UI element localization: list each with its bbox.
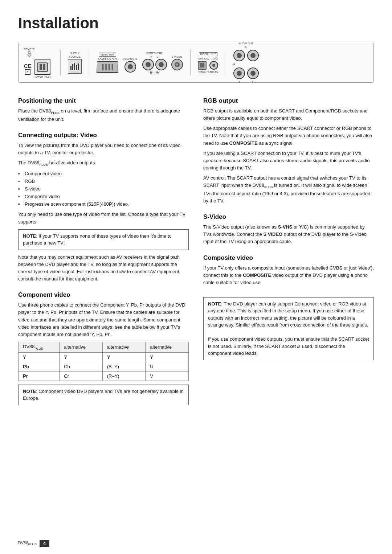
- section-connecting-outputs: Connecting outputs: Video To view the pi…: [18, 132, 189, 283]
- table-cell: Y: [102, 352, 146, 362]
- list-item: Progressive scan component (525P(480P)) …: [18, 201, 189, 208]
- rgb-body3: If you are using a SCART connection to y…: [203, 150, 374, 172]
- check-mark: ✓: [25, 69, 30, 75]
- svg-rect-0: [37, 63, 48, 71]
- section-component-video: Component video Use three phono cables t…: [18, 291, 189, 405]
- connecting-outputs-has-five: The DV88PLUS has five video outputs:: [18, 159, 189, 168]
- g-label: G: [156, 56, 158, 58]
- page-title: Installation: [18, 15, 374, 32]
- svideo-body: The S-Video output (also known as S-VHS …: [203, 223, 374, 245]
- section-svideo: S-Video The S-Video output (also known a…: [203, 213, 374, 245]
- list-item: RGB: [18, 178, 189, 185]
- rgb-body2: Use appropriate cables to connect either…: [203, 125, 374, 147]
- composite-video-heading: Composite video: [203, 254, 374, 262]
- panel-diagram: REMOTE IN CE ✓: [18, 43, 374, 83]
- table-header-alt3: alternative: [146, 342, 189, 353]
- section-positioning: Positioning the unit Place the DV88PLUS …: [18, 97, 189, 123]
- list-item: S-video: [18, 185, 189, 193]
- table-header-dv88: DV88PLUS: [19, 342, 60, 353]
- table-row: Pr Cr (R–Y) V: [19, 371, 189, 381]
- power-inlet-label: POWER INLET: [34, 75, 51, 78]
- scart-port: [97, 61, 118, 73]
- table-row: Pb Cb (B–Y) U: [19, 362, 189, 371]
- positioning-body: Place the DV88PLUS on a level, firm surf…: [18, 107, 189, 123]
- table-cell: (B–Y): [102, 362, 146, 371]
- video-out-label: VIDEO OUT: [99, 53, 116, 57]
- section-rgb-output: RGB output RGB output is available on bo…: [203, 97, 374, 205]
- svg-rect-2: [43, 64, 45, 70]
- composite-rca: [124, 61, 136, 73]
- table-cell: Pr: [19, 371, 60, 381]
- scart-av-out-label: SCART A/V OUT: [98, 58, 117, 61]
- audio-l2-rca: [233, 67, 245, 79]
- note-box-component-rgb: NOTE: The DVD player can only support Co…: [203, 297, 374, 360]
- component-video-body: Use three phono cables to connect the Co…: [18, 301, 189, 338]
- connecting-outputs-note2: Note that you may connect equipment such…: [18, 254, 189, 283]
- table-row: Y Y Y Y: [19, 352, 189, 362]
- video-outputs-list: Component video RGB S-video Composite vi…: [18, 170, 189, 208]
- coax-label: COAX: [211, 57, 218, 60]
- rgb-body4: AV control: The SCART output has a contr…: [203, 175, 374, 205]
- optical-port: [198, 61, 207, 70]
- y-label: Y: [151, 56, 152, 58]
- table-cell: U: [146, 362, 189, 371]
- table-cell: V: [146, 371, 189, 381]
- supply-voltage-label: SUPPLY: [70, 52, 79, 54]
- list-item: Composite video: [18, 193, 189, 201]
- table-cell: Cr: [60, 371, 103, 381]
- right-column: RGB output RGB output is available on bo…: [203, 97, 374, 414]
- section-composite-video: Composite video If your TV only offers a…: [203, 254, 374, 286]
- note-box-tv: NOTE: If your TV supports none of these …: [18, 229, 189, 250]
- component-table: DV88PLUS alternative alternative alterna…: [18, 342, 189, 381]
- page-number: 4: [40, 540, 49, 547]
- audio-l1-rca: [233, 50, 245, 61]
- connecting-outputs-choose: You only need to use one type of video f…: [18, 211, 189, 225]
- power-inlet-icon: [34, 59, 50, 75]
- digital-out-label: DIGITAL OUT: [199, 52, 217, 56]
- optical-label: OPTICAL: [198, 57, 209, 60]
- rgb-output-heading: RGB output: [203, 97, 374, 104]
- svideo-heading: S-Video: [203, 213, 374, 221]
- remote-in-label: REMOTE: [24, 48, 35, 50]
- svideo-port: [171, 59, 183, 70]
- composite-video-body: If your TV only offers a composite input…: [203, 264, 374, 286]
- component-g-rca: [155, 59, 167, 70]
- table-cell: (R–Y): [102, 371, 146, 381]
- l-label: L: [245, 45, 247, 48]
- table-cell: Y: [60, 352, 103, 362]
- audio-r2-rca: [247, 67, 259, 79]
- list-item: Component video: [18, 170, 189, 178]
- pcm-bitstream-label: PCM/BITSTREAM: [198, 71, 219, 73]
- coax-port: [209, 61, 218, 70]
- remote-in-port: [28, 53, 31, 57]
- rgb-body1: RGB output is available on both the SCAR…: [203, 107, 374, 122]
- ce-mark: CE: [24, 63, 32, 69]
- table-cell: Pb: [19, 362, 60, 371]
- table-cell: Y: [146, 352, 189, 362]
- table-cell: Cb: [60, 362, 103, 371]
- connecting-outputs-heading: Connecting outputs: Video: [18, 132, 189, 139]
- content-area: Positioning the unit Place the DV88PLUS …: [18, 97, 374, 414]
- page-footer: DV88PLUS 4: [18, 540, 49, 547]
- supply-voltage-display: [68, 59, 82, 74]
- positioning-heading: Positioning the unit: [18, 97, 189, 104]
- component-video-heading: Component video: [18, 291, 189, 299]
- audio-r1-rca: [247, 50, 259, 61]
- audio-out-label: AUDIO OUT: [239, 42, 253, 45]
- note-box-component: NOTE: Component video DVD players and TV…: [18, 385, 189, 405]
- connecting-outputs-intro: To view the pictures from the DVD player…: [18, 142, 189, 156]
- svideo-label: S VIDEO: [172, 56, 182, 58]
- left-column: Positioning the unit Place the DV88PLUS …: [18, 97, 189, 414]
- component-y-rca: [142, 59, 154, 70]
- table-header-alt2: alternative: [102, 342, 146, 353]
- svg-rect-1: [40, 64, 42, 70]
- r-label: R: [233, 63, 235, 66]
- table-header-alt1: alternative: [60, 342, 103, 353]
- footer-brand: DV88PLUS: [18, 541, 37, 546]
- table-cell: Y: [19, 352, 60, 362]
